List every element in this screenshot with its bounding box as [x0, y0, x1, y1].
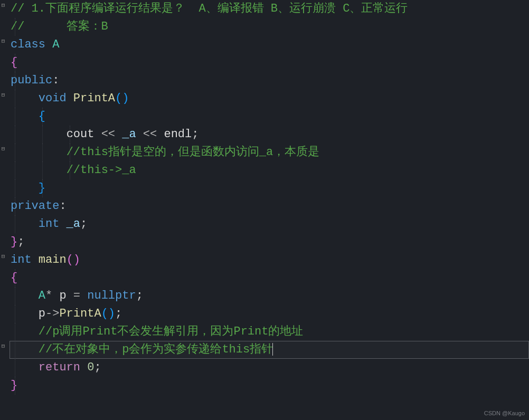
fold-marker-icon[interactable]: ⊟	[0, 343, 6, 349]
text-cursor	[272, 343, 273, 356]
fold-marker-icon[interactable]: ⊟	[0, 92, 6, 98]
code-line: };	[11, 233, 529, 251]
fold-marker-icon[interactable]: ⊟	[0, 2, 6, 8]
comment-text: //this指针是空的，但是函数内访问_a，本质是	[67, 146, 320, 159]
code-line: {	[11, 108, 529, 126]
brace: {	[11, 271, 17, 284]
code-line: int _a;	[11, 215, 529, 233]
keyword-nullptr: nullptr	[87, 289, 136, 302]
comment-text: // 1.下面程序编译运行结果是？ A、编译报错 B、运行崩溃 C、正常运行	[11, 2, 408, 15]
colon: :	[59, 199, 66, 213]
keyword-int: int	[39, 217, 60, 231]
function-name: PrintA	[67, 92, 115, 105]
function-name: PrintA	[59, 307, 101, 320]
code-line: //不在对象中，p会作为实参传递给this指针	[11, 341, 529, 359]
colon: :	[52, 74, 59, 87]
code-line: cout << _a << endl;	[11, 126, 529, 144]
type-name: A	[45, 38, 59, 51]
semicolon: ;	[17, 235, 24, 249]
keyword-private: private	[11, 199, 59, 213]
code-line: }	[11, 179, 529, 197]
identifier-p: p	[59, 289, 73, 302]
fold-marker-icon[interactable]: ⊟	[0, 38, 6, 44]
code-line: class A	[11, 36, 529, 54]
keyword-int: int	[11, 253, 32, 266]
code-line: //this指针是空的，但是函数内访问_a，本质是	[11, 144, 529, 161]
code-line: int main()	[11, 251, 529, 269]
code-line: {	[11, 269, 529, 287]
code-line: // 1.下面程序编译运行结果是？ A、编译报错 B、运行崩溃 C、正常运行	[11, 0, 529, 18]
code-line: }	[11, 377, 529, 395]
semicolon: ;	[192, 128, 199, 141]
function-main: main	[32, 253, 67, 266]
semicolon: ;	[136, 289, 143, 302]
code-line: public:	[11, 72, 529, 90]
keyword-void: void	[39, 92, 67, 105]
code-editor: ⊟ ⊟ ⊟ ⊟ ⊟ ⊟ // 1.下面程序编译运行结果是？ A、编译报错 B、运…	[0, 0, 529, 420]
number-literal: 0	[87, 361, 94, 374]
semicolon: ;	[115, 307, 122, 320]
brace: }	[11, 235, 17, 249]
code-line: // 答案：B	[11, 18, 529, 36]
code-line: return 0;	[11, 359, 529, 377]
fold-gutter: ⊟ ⊟ ⊟ ⊟ ⊟ ⊟	[0, 0, 10, 420]
brace: }	[11, 379, 17, 392]
comment-text: // 答案：B	[11, 20, 108, 33]
code-line: {	[11, 54, 529, 72]
parens: ()	[67, 253, 80, 266]
code-line: A* p = nullptr;	[11, 287, 529, 305]
code-line: p->PrintA();	[11, 305, 529, 323]
keyword-return: return	[39, 361, 87, 374]
operator-eq: =	[73, 289, 87, 302]
identifier-endl: endl	[157, 128, 192, 141]
identifier-cout: cout	[67, 128, 101, 141]
member-a: _a	[59, 217, 80, 231]
keyword-public: public	[11, 74, 52, 87]
parens: ()	[115, 92, 129, 105]
watermark-text: CSDN @Kaugo	[484, 409, 525, 418]
code-line: void PrintA()	[11, 90, 529, 108]
code-line: private:	[11, 197, 529, 215]
comment-text: //this->_a	[67, 164, 136, 177]
parens: ()	[101, 307, 115, 320]
type-name: A	[39, 289, 45, 302]
member-a: _a	[115, 128, 143, 141]
operator: <<	[143, 128, 157, 141]
operator: <<	[101, 128, 115, 141]
comment-text: //p调用Print不会发生解引用，因为Print的地址	[39, 325, 304, 338]
identifier-p: p	[39, 307, 45, 320]
brace: {	[11, 56, 17, 69]
code-line: //p调用Print不会发生解引用，因为Print的地址	[11, 323, 529, 341]
semicolon: ;	[94, 361, 101, 374]
fold-marker-icon[interactable]: ⊟	[0, 253, 6, 260]
operator-star: *	[45, 289, 59, 302]
code-line: //this->_a	[11, 161, 529, 179]
fold-marker-icon[interactable]: ⊟	[0, 146, 6, 152]
comment-text: //不在对象中，p会作为实参传递给this指针	[39, 343, 273, 356]
operator-arrow: ->	[45, 307, 59, 320]
keyword-class: class	[11, 38, 45, 51]
code-content[interactable]: // 1.下面程序编译运行结果是？ A、编译报错 B、运行崩溃 C、正常运行 /…	[10, 0, 529, 420]
semicolon: ;	[80, 217, 87, 231]
